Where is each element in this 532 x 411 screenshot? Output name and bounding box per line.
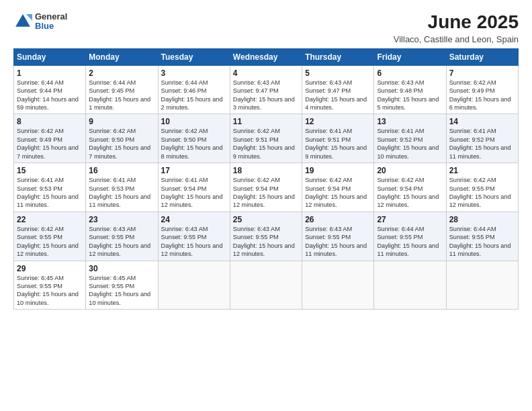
sunrise-text: Sunrise: 6:43 AM	[377, 79, 424, 86]
sunset-text: Sunset: 9:50 PM	[161, 136, 207, 143]
calendar-subtitle: Villaco, Castille and Leon, Spain	[394, 34, 519, 44]
day-number: 19	[305, 166, 371, 175]
day-info: Sunrise: 6:42 AMSunset: 9:54 PMDaylight:…	[233, 176, 299, 210]
day-info: Sunrise: 6:41 AMSunset: 9:51 PMDaylight:…	[305, 127, 371, 161]
calendar-cell: 17Sunrise: 6:41 AMSunset: 9:54 PMDayligh…	[158, 163, 230, 212]
sunset-text: Sunset: 9:50 PM	[89, 136, 134, 143]
day-number: 23	[89, 215, 154, 224]
sunset-text: Sunset: 9:54 PM	[377, 185, 423, 192]
calendar-cell: 4Sunrise: 6:43 AMSunset: 9:47 PMDaylight…	[230, 65, 302, 114]
day-info: Sunrise: 6:42 AMSunset: 9:50 PMDaylight:…	[89, 127, 154, 161]
sunrise-text: Sunrise: 6:45 AM	[17, 275, 64, 281]
day-number: 6	[377, 68, 443, 78]
sunset-text: Sunset: 9:55 PM	[305, 234, 351, 240]
day-info: Sunrise: 6:42 AMSunset: 9:55 PMDaylight:…	[449, 176, 515, 210]
day-number: 12	[305, 117, 371, 126]
sunrise-text: Sunrise: 6:44 AM	[89, 79, 136, 86]
day-number: 29	[17, 264, 83, 273]
sunrise-text: Sunrise: 6:41 AM	[17, 177, 64, 183]
sunrise-text: Sunrise: 6:42 AM	[161, 128, 208, 134]
day-number: 13	[377, 117, 443, 126]
svg-marker-1	[26, 14, 32, 20]
sunrise-text: Sunrise: 6:43 AM	[89, 226, 136, 232]
daylight-text: Daylight: 15 hours and 12 minutes.	[17, 242, 79, 257]
sunset-text: Sunset: 9:54 PM	[233, 185, 279, 192]
calendar-cell	[446, 261, 518, 310]
day-info: Sunrise: 6:41 AMSunset: 9:52 PMDaylight:…	[449, 127, 515, 161]
daylight-text: Daylight: 15 hours and 10 minutes.	[377, 144, 439, 159]
day-number: 16	[89, 166, 154, 175]
daylight-text: Daylight: 15 hours and 11 minutes.	[305, 242, 367, 257]
sunset-text: Sunset: 9:53 PM	[17, 185, 62, 192]
daylight-text: Daylight: 15 hours and 12 minutes.	[305, 193, 367, 208]
day-info: Sunrise: 6:41 AMSunset: 9:53 PMDaylight:…	[17, 176, 83, 210]
day-info: Sunrise: 6:44 AMSunset: 9:44 PMDaylight:…	[17, 79, 83, 112]
calendar-cell: 11Sunrise: 6:42 AMSunset: 9:51 PMDayligh…	[230, 114, 302, 163]
header-thursday: Thursday	[302, 48, 374, 65]
day-info: Sunrise: 6:42 AMSunset: 9:50 PMDaylight:…	[161, 127, 227, 161]
calendar-cell: 3Sunrise: 6:44 AMSunset: 9:46 PMDaylight…	[158, 65, 230, 114]
daylight-text: Daylight: 15 hours and 12 minutes.	[161, 193, 223, 208]
calendar-header-row: Sunday Monday Tuesday Wednesday Thursday…	[14, 48, 519, 65]
daylight-text: Daylight: 14 hours and 59 minutes.	[17, 96, 79, 111]
daylight-text: Daylight: 15 hours and 7 minutes.	[17, 144, 79, 159]
calendar-cell: 19Sunrise: 6:42 AMSunset: 9:54 PMDayligh…	[302, 163, 374, 212]
daylight-text: Daylight: 15 hours and 12 minutes.	[377, 193, 439, 208]
sunrise-text: Sunrise: 6:41 AM	[305, 128, 352, 134]
day-number: 5	[305, 68, 371, 78]
calendar-cell: 16Sunrise: 6:41 AMSunset: 9:53 PMDayligh…	[86, 163, 158, 212]
sunrise-text: Sunrise: 6:42 AM	[89, 128, 136, 134]
daylight-text: Daylight: 15 hours and 11 minutes.	[17, 193, 79, 208]
sunset-text: Sunset: 9:48 PM	[377, 87, 423, 94]
calendar-cell: 27Sunrise: 6:44 AMSunset: 9:55 PMDayligh…	[374, 212, 446, 261]
calendar-week-3: 15Sunrise: 6:41 AMSunset: 9:53 PMDayligh…	[14, 163, 519, 212]
sunset-text: Sunset: 9:47 PM	[305, 87, 351, 94]
day-info: Sunrise: 6:43 AMSunset: 9:55 PMDaylight:…	[89, 225, 154, 259]
day-info: Sunrise: 6:41 AMSunset: 9:54 PMDaylight:…	[161, 176, 227, 210]
calendar-cell: 10Sunrise: 6:42 AMSunset: 9:50 PMDayligh…	[158, 114, 230, 163]
sunrise-text: Sunrise: 6:43 AM	[305, 226, 352, 232]
sunrise-text: Sunrise: 6:42 AM	[17, 226, 64, 232]
sunrise-text: Sunrise: 6:42 AM	[377, 177, 424, 183]
day-number: 20	[377, 166, 443, 175]
calendar-week-1: 1Sunrise: 6:44 AMSunset: 9:44 PMDaylight…	[14, 65, 519, 114]
day-number: 27	[377, 215, 443, 224]
header-monday: Monday	[86, 48, 158, 65]
sunset-text: Sunset: 9:55 PM	[89, 283, 134, 289]
day-number: 24	[161, 215, 227, 224]
sunset-text: Sunset: 9:55 PM	[161, 234, 207, 240]
sunrise-text: Sunrise: 6:41 AM	[89, 177, 136, 183]
sunrise-text: Sunrise: 6:44 AM	[449, 226, 496, 232]
header-wednesday: Wednesday	[230, 48, 302, 65]
day-number: 28	[449, 215, 515, 224]
calendar-cell: 29Sunrise: 6:45 AMSunset: 9:55 PMDayligh…	[14, 261, 86, 310]
sunset-text: Sunset: 9:49 PM	[449, 87, 495, 94]
calendar-cell: 14Sunrise: 6:41 AMSunset: 9:52 PMDayligh…	[446, 114, 518, 163]
day-info: Sunrise: 6:43 AMSunset: 9:55 PMDaylight:…	[305, 225, 371, 259]
day-info: Sunrise: 6:43 AMSunset: 9:55 PMDaylight:…	[233, 225, 299, 259]
sunset-text: Sunset: 9:55 PM	[449, 234, 495, 240]
calendar-cell	[374, 261, 446, 310]
day-info: Sunrise: 6:44 AMSunset: 9:55 PMDaylight:…	[449, 225, 515, 259]
day-info: Sunrise: 6:41 AMSunset: 9:53 PMDaylight:…	[89, 176, 154, 210]
logo-icon	[13, 12, 32, 31]
calendar-cell: 25Sunrise: 6:43 AMSunset: 9:55 PMDayligh…	[230, 212, 302, 261]
calendar-cell	[230, 261, 302, 310]
day-number: 15	[17, 166, 83, 175]
logo: General Blue	[13, 12, 67, 32]
daylight-text: Daylight: 15 hours and 8 minutes.	[161, 144, 223, 159]
daylight-text: Daylight: 15 hours and 9 minutes.	[233, 144, 295, 159]
calendar-cell: 18Sunrise: 6:42 AMSunset: 9:54 PMDayligh…	[230, 163, 302, 212]
day-number: 17	[161, 166, 227, 175]
day-info: Sunrise: 6:42 AMSunset: 9:54 PMDaylight:…	[305, 176, 371, 210]
sunset-text: Sunset: 9:53 PM	[89, 185, 134, 192]
day-info: Sunrise: 6:43 AMSunset: 9:47 PMDaylight:…	[233, 79, 299, 112]
daylight-text: Daylight: 15 hours and 11 minutes.	[377, 242, 439, 257]
sunset-text: Sunset: 9:54 PM	[305, 185, 351, 192]
sunrise-text: Sunrise: 6:41 AM	[161, 177, 208, 183]
sunset-text: Sunset: 9:47 PM	[233, 87, 279, 94]
day-info: Sunrise: 6:44 AMSunset: 9:46 PMDaylight:…	[161, 79, 227, 112]
day-info: Sunrise: 6:45 AMSunset: 9:55 PMDaylight:…	[89, 274, 154, 308]
day-number: 30	[89, 264, 154, 273]
day-info: Sunrise: 6:42 AMSunset: 9:49 PMDaylight:…	[449, 79, 515, 112]
